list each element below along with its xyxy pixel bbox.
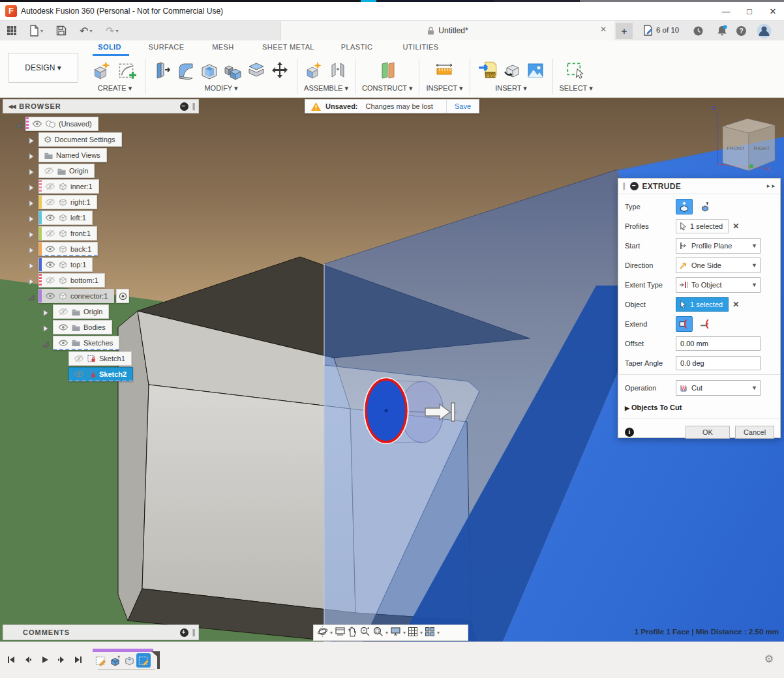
clock-icon[interactable]	[693, 25, 704, 39]
split-body-icon[interactable]	[246, 60, 267, 81]
expand-arrow[interactable]	[27, 167, 36, 175]
browser-item-chip[interactable]: Sketches	[53, 336, 119, 350]
operation-dropdown[interactable]: Cut▼	[676, 380, 761, 396]
comments-expand-icon[interactable]: +	[180, 628, 188, 637]
browser-item-chip[interactable]: (Unsaved)	[25, 117, 98, 131]
visibility-eye-icon[interactable]	[74, 370, 84, 379]
visibility-eye-icon[interactable]	[44, 166, 54, 175]
expand-arrow[interactable]	[27, 151, 36, 160]
visibility-eye-icon[interactable]	[45, 229, 55, 238]
info-icon[interactable]: i	[625, 428, 634, 437]
browser-item-chip[interactable]: left:1	[38, 211, 93, 225]
ribbon-tab-utilities[interactable]: UTILITIES	[403, 43, 439, 51]
viewports-icon[interactable]	[425, 626, 435, 640]
expand-arrow[interactable]	[42, 323, 50, 332]
document-tab[interactable]: Untitled*	[280, 21, 614, 40]
pan-icon[interactable]	[348, 626, 357, 640]
objects-to-cut-section[interactable]: ▶ Objects To Cut	[625, 404, 682, 411]
file-menu-button[interactable]: ▾	[29, 23, 43, 38]
browser-item-chip[interactable]: Origin	[38, 164, 95, 178]
browser-item-chip[interactable]: Named Views	[38, 148, 107, 162]
type-extrude-button[interactable]	[676, 199, 693, 214]
browser-item-document-settings[interactable]: ⚙Document Settings	[27, 132, 122, 147]
browser-resize-grip[interactable]: ∥	[192, 102, 197, 111]
orbit-icon[interactable]	[317, 626, 328, 640]
direction-dropdown[interactable]: One Side▼	[676, 258, 761, 273]
visibility-eye-icon[interactable]	[45, 276, 55, 285]
modify-group-label[interactable]: MODIFY ▾	[204, 84, 237, 93]
help-icon[interactable]: ?	[736, 25, 747, 39]
create-sketch-icon[interactable]	[116, 59, 138, 81]
look-at-icon[interactable]	[335, 626, 346, 639]
construct-group-label[interactable]: CONSTRUCT ▾	[362, 84, 412, 93]
insert-derive-icon[interactable]	[502, 60, 522, 81]
save-button[interactable]	[56, 23, 67, 38]
browser-item-back-1[interactable]: back:1	[27, 241, 98, 257]
shell-icon[interactable]	[199, 60, 220, 81]
timeline-step-forward-button[interactable]	[56, 655, 69, 666]
extend-faces-button[interactable]	[676, 316, 693, 332]
browser-item-chip[interactable]: bottom:1	[38, 273, 105, 287]
expand-arrow[interactable]	[27, 136, 36, 144]
browser-item-named-views[interactable]: Named Views	[27, 147, 107, 163]
timeline-step-back-button[interactable]	[22, 655, 35, 666]
object-clear-icon[interactable]: ✕	[732, 300, 739, 309]
timeline-go-to-end-button[interactable]	[73, 655, 86, 666]
extend-adjacent-button[interactable]	[697, 316, 714, 332]
zoom-fit-icon[interactable]	[372, 626, 384, 640]
comments-resize-grip[interactable]: ∥	[192, 628, 197, 637]
browser-item-front-1[interactable]: front:1	[27, 226, 97, 241]
create-group-label[interactable]: CREATE ▾	[98, 84, 132, 93]
fillet-icon[interactable]	[175, 60, 196, 81]
new-component-icon[interactable]	[91, 59, 113, 81]
ribbon-tab-plastic[interactable]: PLASTIC	[341, 43, 373, 51]
insert-group-label[interactable]: INSERT ▾	[495, 84, 527, 93]
joint-icon[interactable]	[327, 60, 348, 81]
zoom-icon[interactable]	[359, 626, 370, 640]
expand-arrow[interactable]	[27, 229, 36, 238]
timeline-feature-extrude[interactable]	[108, 653, 122, 668]
profiles-clear-icon[interactable]: ✕	[732, 222, 739, 231]
expand-arrow[interactable]	[27, 245, 36, 254]
taper-angle-input[interactable]	[676, 356, 761, 370]
visibility-eye-icon[interactable]	[58, 338, 68, 347]
expand-arrow[interactable]	[42, 308, 50, 316]
browser-item-left-1[interactable]: left:1	[27, 210, 93, 226]
browser-item-bodies[interactable]: Bodies	[42, 319, 112, 335]
select-group-label[interactable]: SELECT ▾	[560, 84, 593, 93]
visibility-eye-icon[interactable]	[74, 354, 84, 363]
visibility-eye-icon[interactable]	[58, 323, 68, 332]
ribbon-tab-solid[interactable]: SOLID	[98, 43, 121, 51]
visibility-eye-icon[interactable]	[58, 307, 68, 316]
expand-arrow[interactable]	[27, 183, 36, 191]
minimize-button[interactable]: —	[715, 2, 737, 21]
dialog-drag-handle[interactable]: ∥	[622, 182, 626, 190]
measure-icon[interactable]	[433, 60, 455, 81]
expand-arrow[interactable]	[27, 292, 36, 301]
new-component-assemble-icon[interactable]	[304, 60, 325, 81]
browser-item-chip[interactable]: front:1	[38, 226, 97, 241]
expand-arrow[interactable]	[42, 339, 50, 347]
visibility-eye-icon[interactable]	[45, 291, 55, 301]
visibility-eye-icon[interactable]	[45, 182, 55, 191]
browser-item-chip[interactable]: Sketch2	[68, 367, 133, 381]
expand-arrow[interactable]	[27, 214, 36, 222]
grid-icon[interactable]	[408, 626, 418, 640]
browser-item-chip[interactable]: connector:1	[38, 289, 114, 303]
browser-item-connector-1[interactable]: connector:1	[27, 288, 129, 304]
start-dropdown[interactable]: Profile Plane▼	[676, 238, 761, 254]
selected-sketch-profile[interactable]	[365, 378, 408, 443]
timeline-feature-sketch2-active[interactable]	[136, 653, 151, 668]
document-tab-close-icon[interactable]: ✕	[600, 25, 607, 34]
ribbon-tab-surface[interactable]: SURFACE	[149, 43, 185, 51]
canvas-icon[interactable]	[525, 60, 546, 81]
expand-arrow[interactable]	[27, 276, 36, 285]
browser-item-chip[interactable]: Bodies	[53, 320, 112, 334]
app-grid-icon[interactable]	[7, 23, 17, 38]
insert-svg-icon[interactable]: SVG	[477, 59, 499, 81]
expand-arrow[interactable]	[14, 120, 23, 128]
ribbon-tab-sheet-metal[interactable]: SHEET METAL	[262, 43, 314, 51]
workspace-switcher[interactable]: DESIGN ▾	[8, 53, 78, 83]
dialog-expand-icon[interactable]: ►►	[766, 183, 776, 189]
save-link[interactable]: Save	[446, 100, 479, 113]
